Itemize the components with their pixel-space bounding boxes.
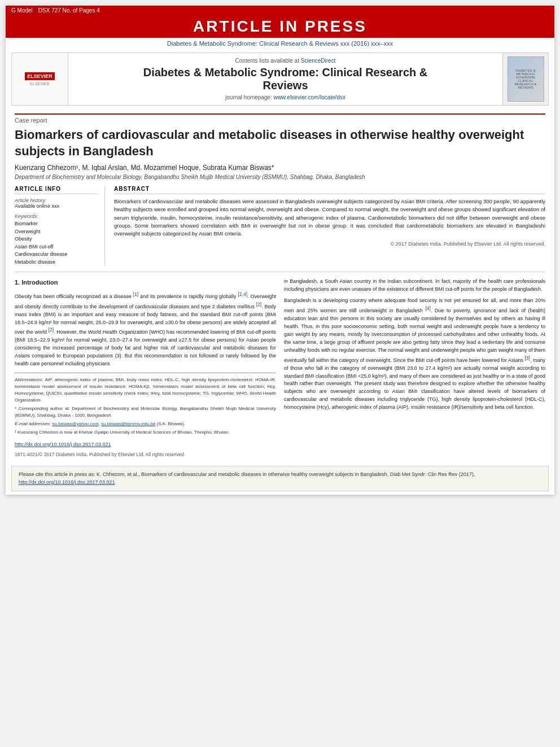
citation-doi-link[interactable]: http://dx.doi.org/10.1016/j.dsx.2017.03.…: [19, 479, 115, 485]
article-type-label: Case report: [15, 113, 545, 124]
main-content: Case report Biomarkers of cardiovascular…: [6, 109, 554, 462]
authors-text: Kuenzang Chhezom¹, M. Iqbal Arslan, Md. …: [15, 164, 274, 172]
journal-title: Diabetes & Metabolic Syndrome: Clinical …: [77, 66, 494, 92]
journal-cover-image: DIABETES & METABOLIC SYNDROME CLINICAL R…: [508, 56, 544, 102]
introduction-heading: 1. Introduction: [15, 278, 276, 287]
keywords-label: Keywords:: [15, 213, 98, 219]
email-note: E-mail addresses: su.biswas@yahoo.com, s…: [15, 421, 276, 427]
body-right-column: in Bangladesh, a South Asian country in …: [284, 278, 545, 458]
abstract-text: Biomarkers of cardiovascular and metabol…: [114, 198, 545, 238]
keyword-metabolic: Metabolic disease: [15, 259, 98, 267]
intro-paragraph-1: Obesity has been officially recognized a…: [15, 291, 276, 368]
issn-bar: 1871-4021/© 2017 Diabetes India. Publish…: [15, 451, 276, 458]
journal-thumbnail: DIABETES & METABOLIC SYNDROME CLINICAL R…: [503, 53, 548, 105]
abbreviations-note: Abbreviations: AIP, atherogenic index of…: [15, 377, 276, 404]
article-in-press-banner: ARTICLE IN PRESS: [6, 15, 554, 38]
keyword-obesity: Obesity: [15, 235, 98, 243]
journal-info-bar: ELSEVIER ELSEVIER Contents lists availab…: [11, 53, 549, 106]
elsevier-logo-box: ELSEVIER ELSEVIER: [12, 53, 68, 105]
ref-3[interactable]: [3]: [525, 355, 530, 361]
dsx-label: DSX 727 No. of Pages 4: [38, 7, 100, 14]
section-number: 1.: [15, 279, 20, 286]
banner-text: ARTICLE IN PRESS: [193, 18, 367, 35]
corresponding-author-note: * Corresponding author at: Department of…: [15, 405, 276, 419]
keyword-biomarker: Biomarker: [15, 220, 98, 228]
footnotes-section: Abbreviations: AIP, atherogenic index of…: [15, 373, 276, 436]
doi-link[interactable]: http://dx.doi.org/10.1016/j.dsx.2017.03.…: [15, 442, 111, 447]
citation-text: Please cite this article in press as: K.…: [19, 471, 475, 477]
ref-1[interactable]: [1]: [133, 291, 138, 297]
sciencedirect-link[interactable]: ScienceDirect: [301, 58, 336, 64]
section-title-text: Introduction: [21, 279, 58, 286]
abstract-heading: ABSTRACT: [114, 186, 545, 194]
gmodel-label: G Model: [11, 7, 33, 14]
ref-2-4[interactable]: [2,4]: [238, 291, 248, 297]
section-divider: [15, 272, 545, 272]
keyword-cardiovascular: Cardiovascular disease: [15, 251, 98, 259]
authors-line: Kuenzang Chhezom¹, M. Iqbal Arslan, Md. …: [15, 164, 545, 172]
affiliation: Department of Biochemistry and Molecular…: [15, 174, 545, 180]
copyright-notice: © 2017 Diabetes India. Published by Else…: [114, 241, 545, 247]
ref-4[interactable]: [4]: [425, 305, 430, 311]
intro-paragraph-2: in Bangladesh, a South Asian country in …: [284, 278, 545, 294]
journal-homepage-link[interactable]: www.elsevier.com/locate/dsx: [274, 94, 345, 101]
article-info-panel: ARTICLE INFO Article history: Available …: [15, 186, 105, 266]
article-info-heading: ARTICLE INFO: [15, 186, 98, 194]
ref-2b[interactable]: [2]: [49, 327, 54, 333]
email-link-1[interactable]: su.biswas@yahoo.com: [52, 421, 98, 426]
article-available-online: Available online xxx: [15, 203, 98, 209]
journal-homepage: journal homepage: www.elsevier.com/locat…: [77, 94, 494, 101]
citation-box: Please cite this article in press as: K.…: [11, 466, 549, 491]
abstract-section: ABSTRACT Biomarkers of cardiovascular an…: [114, 186, 545, 266]
article-title: Biomarkers of cardiovascular and metabol…: [15, 127, 545, 159]
email-link-2[interactable]: su.biswas@bsmmu.edu.bd: [101, 421, 155, 426]
body-section: 1. Introduction Obesity has been officia…: [15, 278, 545, 458]
journal-subheader: Diabetes & Metabolic Syndrome: Clinical …: [6, 38, 554, 49]
doi-bar: http://dx.doi.org/10.1016/j.dsx.2017.03.…: [15, 438, 276, 451]
journal-citation-link[interactable]: Diabetes & Metabolic Syndrome: Clinical …: [167, 40, 393, 47]
article-history-label: Article history:: [15, 198, 98, 203]
contents-available: Contents lists available at ScienceDirec…: [77, 58, 494, 64]
email-suffix: (S.K. Biswas).: [157, 421, 185, 426]
footnote-1: ¹ Kuenzang Chhezom is now at Khesar Gyal…: [15, 429, 276, 436]
body-left-column: 1. Introduction Obesity has been officia…: [15, 278, 276, 458]
elsevier-logo: ELSEVIER: [25, 72, 55, 80]
elsevier-tagline: ELSEVIER: [25, 82, 55, 86]
keyword-asian-bmi: Asian BMI cut-off: [15, 243, 98, 251]
intro-paragraph-3: Bangladesh is a developing country where…: [284, 297, 545, 412]
keyword-overweight: Overweight: [15, 228, 98, 236]
article-meta-section: ARTICLE INFO Article history: Available …: [15, 186, 545, 266]
journal-middle: Contents lists available at ScienceDirec…: [68, 53, 503, 105]
ref-2a[interactable]: [2]: [256, 302, 261, 307]
